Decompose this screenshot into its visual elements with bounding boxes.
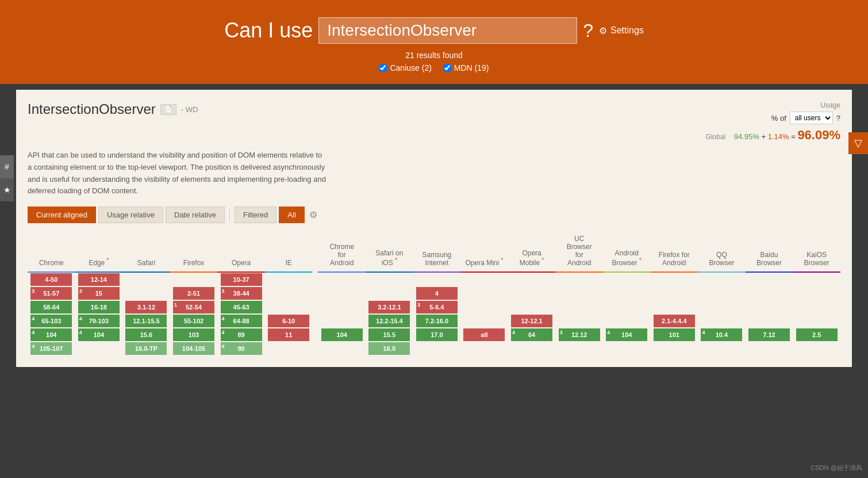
search-input[interactable] — [318, 17, 577, 44]
cell-android_browser-1 — [603, 286, 651, 300]
cell-uc-5 — [555, 342, 603, 355]
separator-cell — [312, 342, 318, 355]
cell-chrome_android-1 — [318, 286, 366, 300]
th-firefox-android: Firefox forAndroid — [651, 232, 698, 272]
cell-kaios-5 — [793, 342, 840, 355]
spec-badge: 📄 — [160, 104, 176, 115]
feature-header: IntersectionObserver 📄 - WD Usage % of a… — [28, 101, 840, 143]
cell-chrome_android-5 — [318, 342, 366, 355]
cell-baidu-1 — [746, 286, 793, 300]
cell-safari-2: 3.1-12 — [122, 300, 170, 314]
cell-uc-0 — [555, 272, 603, 286]
cell-safari_ios-3: 12.2-15.4 — [366, 314, 413, 328]
cell-safari_ios-2: 3.2-12.1 — [366, 300, 413, 314]
cell-android_browser-4: 4104 — [603, 328, 651, 342]
settings-button[interactable]: ⚙ Settings — [599, 25, 644, 36]
cell-qq-1 — [698, 286, 746, 300]
th-kaios: KaiOSBrowser — [793, 232, 840, 272]
cell-qq-0 — [698, 272, 746, 286]
cell-firefox-4: 103 — [170, 328, 218, 342]
left-sidebar: # ★ — [0, 155, 14, 201]
cell-edge-4: 4104 — [75, 328, 123, 342]
usage-orange-percent: 1.14% — [768, 132, 789, 141]
can-i-use-label: Can I use — [224, 18, 313, 43]
th-uc: UCBrowserforAndroid — [555, 232, 603, 272]
cell-safari_ios-1 — [366, 286, 413, 300]
filter-caniuse[interactable]: Caniuse (2) — [379, 63, 431, 72]
cell-opera-5: 490 — [217, 342, 265, 355]
cell-android_browser-2 — [603, 300, 651, 314]
usage-equals: = — [791, 132, 796, 141]
cell-edge-2: 16-18 — [75, 300, 123, 314]
results-text: 21 results found — [11, 51, 857, 60]
cell-firefox-0 — [170, 272, 218, 286]
usage-users-select[interactable]: all users — [790, 112, 833, 124]
usage-plus: + — [761, 132, 766, 141]
cell-chrome-5: 4105-107 — [28, 342, 75, 355]
filter-mdn[interactable]: MDN (19) — [443, 63, 489, 72]
cell-android_browser-0 — [603, 272, 651, 286]
table-row: 58-6416-183.1-12152-5445-633.2-12.135-6.… — [28, 300, 840, 314]
tab-current-aligned[interactable]: Current aligned — [28, 207, 96, 223]
wd-label: - WD — [181, 105, 198, 114]
th-chrome-android: ChromeforAndroid — [318, 232, 366, 272]
cell-uc-4: 312.12 — [555, 328, 603, 342]
cell-opera_mobile-3: 12-12.1 — [508, 314, 556, 328]
th-samsung: SamsungInternet — [413, 232, 461, 272]
cell-android_browser-3 — [603, 314, 651, 328]
cell-safari-1 — [122, 286, 170, 300]
question-mark: ? — [583, 20, 593, 41]
star-button[interactable]: ★ — [0, 178, 14, 201]
cell-safari-5: 16.0-TP — [122, 342, 170, 355]
usage-panel: Usage % of all users ? Global 94.95% + 1… — [706, 101, 840, 143]
th-safari-ios: Safari oniOS * — [366, 232, 413, 272]
cell-opera_mini-1 — [460, 286, 508, 300]
separator-cell — [312, 328, 318, 342]
separator-cell — [312, 286, 318, 300]
tab-bar: Current aligned Usage relative Date rela… — [28, 207, 840, 223]
tab-all[interactable]: All — [279, 207, 304, 223]
cell-edge-3: 479-103 — [75, 314, 123, 328]
cell-firefox_android-4: 101 — [651, 328, 698, 342]
cell-firefox-2: 152-54 — [170, 300, 218, 314]
filter-icon-wrapper[interactable]: ▽ — [848, 132, 868, 154]
cell-uc-2 — [555, 300, 603, 314]
tab-filtered[interactable]: Filtered — [235, 207, 276, 223]
cell-opera-3: 464-88 — [217, 314, 265, 328]
cell-uc-3 — [555, 314, 603, 328]
cell-opera_mobile-0 — [508, 272, 556, 286]
th-opera-mini: Opera Mini * — [460, 232, 508, 272]
tab-divider — [229, 209, 230, 221]
cell-opera-1: 338-44 — [217, 286, 265, 300]
browser-table: Chrome Edge * Safari Firefox Opera IE Ch… — [28, 232, 840, 355]
main-content: IntersectionObserver 📄 - WD Usage % of a… — [16, 90, 852, 367]
tab-date-relative[interactable]: Date relative — [166, 207, 225, 223]
cell-opera_mini-3 — [460, 314, 508, 328]
cell-firefox-1: 2-51 — [170, 286, 218, 300]
cell-samsung-5 — [413, 342, 461, 355]
cell-chrome-3: 465-103 — [28, 314, 75, 328]
cell-samsung-2: 35-6.4 — [413, 300, 461, 314]
cell-firefox_android-0 — [651, 272, 698, 286]
cell-opera_mobile-5 — [508, 342, 556, 355]
cell-opera_mobile-2 — [508, 300, 556, 314]
usage-total: 96.09% — [797, 128, 840, 142]
usage-question-icon: ? — [836, 114, 840, 123]
filter-icon: ▽ — [854, 137, 862, 149]
cell-samsung-0 — [413, 272, 461, 286]
cell-qq-5 — [698, 342, 746, 355]
cell-opera_mini-5 — [460, 342, 508, 355]
hash-button[interactable]: # — [0, 155, 14, 178]
cell-baidu-5 — [746, 342, 793, 355]
tab-usage-relative[interactable]: Usage relative — [98, 207, 163, 223]
cell-opera_mini-4: all — [460, 328, 508, 342]
cell-chrome-1: 351-57 — [28, 286, 75, 300]
tab-settings-gear[interactable]: ⚙ — [307, 207, 320, 223]
cell-chrome_android-4: 104 — [318, 328, 366, 342]
cell-android_browser-5 — [603, 342, 651, 355]
cell-ie-4: 11 — [265, 328, 313, 342]
cell-opera_mini-2 — [460, 300, 508, 314]
cell-ie-3: 6-10 — [265, 314, 313, 328]
th-ie: IE — [265, 232, 313, 272]
cell-safari_ios-5: 16.0 — [366, 342, 413, 355]
